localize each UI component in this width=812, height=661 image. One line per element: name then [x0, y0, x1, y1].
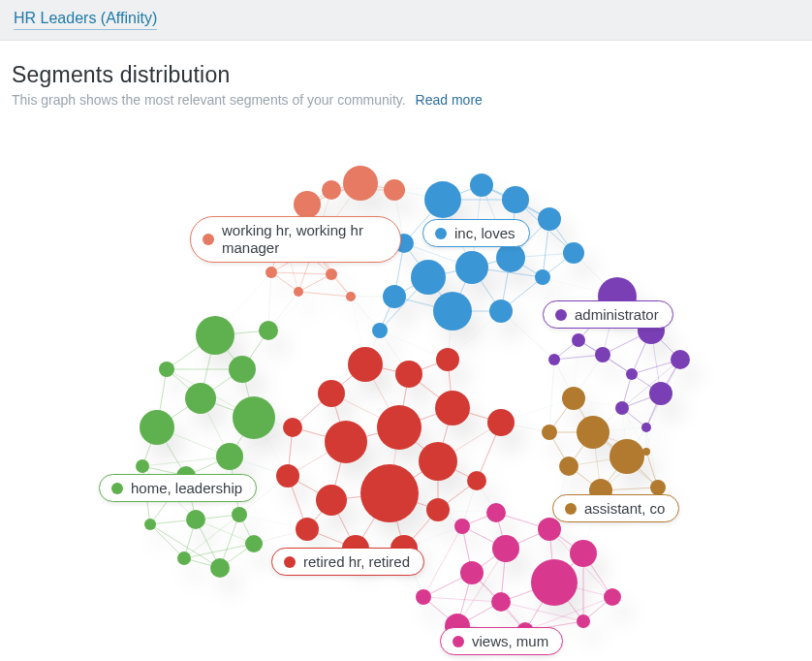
- cluster-label-administrator[interactable]: administrator: [543, 300, 673, 329]
- cluster-node[interactable]: [276, 464, 299, 488]
- breadcrumb-link[interactable]: HR Leaders (Affinity): [14, 10, 157, 30]
- cluster-node[interactable]: [233, 396, 275, 439]
- cluster-node[interactable]: [229, 356, 256, 383]
- cluster-node[interactable]: [626, 368, 638, 380]
- cluster-node[interactable]: [467, 471, 486, 490]
- cluster-node[interactable]: [216, 443, 243, 470]
- cluster-node[interactable]: [487, 409, 515, 436]
- cluster-node[interactable]: [535, 269, 550, 285]
- cluster-node[interactable]: [136, 459, 149, 473]
- subtitle-text: This graph shows the most relevant segme…: [12, 92, 406, 108]
- cluster-node[interactable]: [671, 350, 690, 369]
- cluster-node[interactable]: [649, 382, 672, 405]
- cluster-node[interactable]: [210, 558, 230, 578]
- cluster-node[interactable]: [265, 267, 277, 278]
- cluster-node[interactable]: [538, 207, 561, 231]
- svg-line-409: [268, 274, 331, 330]
- cluster-node[interactable]: [325, 421, 367, 463]
- cluster-node[interactable]: [559, 456, 578, 476]
- cluster-node[interactable]: [460, 561, 484, 584]
- cluster-label-assistant_co[interactable]: assistant, co: [552, 494, 679, 522]
- cluster-node[interactable]: [259, 321, 278, 340]
- cluster-node[interactable]: [542, 425, 557, 440]
- cluster-label-inc_loves[interactable]: inc, loves: [422, 219, 530, 247]
- cluster-node[interactable]: [604, 588, 621, 606]
- svg-line-43: [271, 272, 331, 274]
- cluster-node[interactable]: [326, 268, 337, 280]
- segments-chart[interactable]: working hr, working hr managerinc, loves…: [12, 108, 800, 650]
- cluster-node[interactable]: [595, 347, 610, 362]
- cluster-node[interactable]: [377, 405, 422, 450]
- cluster-node[interactable]: [491, 592, 511, 612]
- cluster-node[interactable]: [196, 316, 234, 355]
- cluster-node[interactable]: [486, 503, 506, 522]
- cluster-node[interactable]: [470, 173, 493, 197]
- cluster-node[interactable]: [372, 323, 388, 338]
- cluster-label-working_hr[interactable]: working hr, working hr manager: [190, 216, 401, 263]
- svg-line-244: [457, 549, 506, 626]
- cluster-node[interactable]: [435, 391, 470, 425]
- svg-line-249: [423, 526, 462, 597]
- cluster-node[interactable]: [609, 439, 644, 474]
- cluster-node[interactable]: [548, 354, 560, 365]
- cluster-node[interactable]: [186, 510, 205, 529]
- cluster-node[interactable]: [642, 448, 650, 456]
- cluster-node[interactable]: [416, 589, 431, 605]
- cluster-node[interactable]: [577, 416, 609, 449]
- svg-line-248: [423, 597, 501, 602]
- section-title: Segments distribution: [12, 62, 800, 88]
- cluster-node[interactable]: [496, 243, 525, 272]
- cluster-node[interactable]: [572, 333, 585, 347]
- cluster-node[interactable]: [455, 251, 488, 284]
- cluster-label-home_leadership[interactable]: home, leadership: [99, 474, 257, 502]
- cluster-node[interactable]: [296, 518, 319, 541]
- cluster-node[interactable]: [424, 181, 461, 218]
- cluster-node[interactable]: [538, 518, 561, 541]
- cluster-node[interactable]: [294, 191, 321, 218]
- cluster-node[interactable]: [177, 551, 191, 565]
- cluster-node[interactable]: [570, 540, 597, 567]
- cluster-node[interactable]: [562, 387, 585, 410]
- cluster-node[interactable]: [383, 285, 406, 308]
- cluster-node[interactable]: [577, 614, 590, 628]
- read-more-link[interactable]: Read more: [416, 92, 483, 108]
- cluster-node[interactable]: [140, 410, 174, 445]
- cluster-node[interactable]: [615, 401, 629, 415]
- cluster-node[interactable]: [492, 535, 519, 562]
- cluster-node[interactable]: [426, 498, 450, 521]
- cluster-node[interactable]: [360, 464, 419, 522]
- cluster-node[interactable]: [348, 347, 383, 382]
- cluster-node[interactable]: [245, 535, 263, 552]
- cluster-node[interactable]: [433, 292, 472, 330]
- svg-line-189: [549, 360, 554, 432]
- cluster-node[interactable]: [185, 383, 216, 414]
- cluster-node[interactable]: [159, 362, 174, 377]
- header-bar: HR Leaders (Affinity): [0, 0, 812, 41]
- cluster-label-views_mum[interactable]: views, mum: [440, 627, 563, 655]
- cluster-node[interactable]: [283, 418, 302, 437]
- cluster-node[interactable]: [294, 287, 303, 297]
- cluster-label-retired_hr[interactable]: retired hr, retired: [271, 548, 424, 576]
- cluster-node[interactable]: [502, 186, 529, 213]
- cluster-node[interactable]: [343, 166, 378, 201]
- cluster-node[interactable]: [563, 242, 584, 264]
- cluster-node[interactable]: [419, 442, 457, 481]
- cluster-node[interactable]: [411, 260, 446, 295]
- cluster-node[interactable]: [454, 519, 470, 534]
- svg-line-48: [298, 292, 351, 297]
- cluster-node[interactable]: [650, 480, 666, 495]
- cluster-node[interactable]: [489, 299, 513, 323]
- cluster-node[interactable]: [232, 507, 247, 522]
- cluster-node[interactable]: [346, 292, 356, 301]
- cluster-node[interactable]: [322, 180, 341, 200]
- cluster-node[interactable]: [316, 485, 347, 516]
- cluster-node[interactable]: [384, 179, 405, 201]
- cluster-node[interactable]: [436, 348, 459, 371]
- cluster-node[interactable]: [641, 423, 651, 432]
- cluster-node[interactable]: [395, 361, 422, 388]
- cluster-node[interactable]: [144, 519, 156, 530]
- cluster-node[interactable]: [531, 559, 578, 606]
- svg-line-133: [622, 360, 680, 408]
- section-subtitle: This graph shows the most relevant segme…: [12, 92, 800, 108]
- cluster-node[interactable]: [318, 380, 345, 407]
